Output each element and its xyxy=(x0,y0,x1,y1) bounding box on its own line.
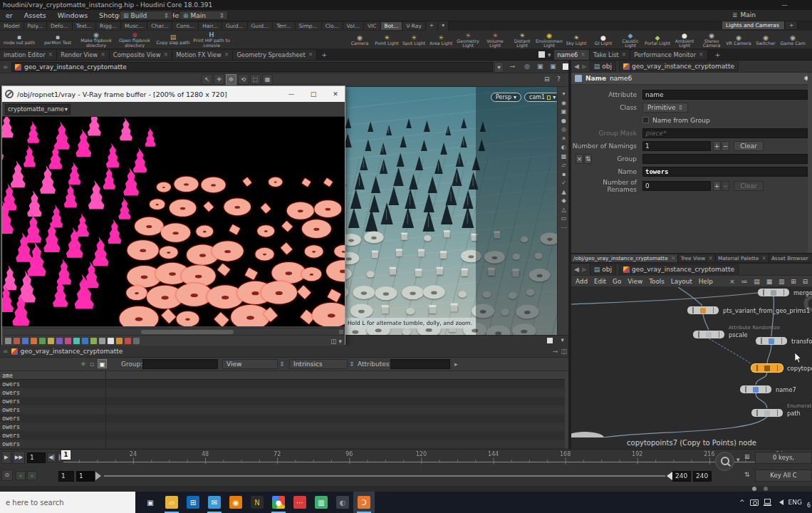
table-row[interactable]: owers xyxy=(0,380,570,388)
snap-tool-icon[interactable]: ▦ xyxy=(262,74,273,85)
taskbar-app-button[interactable]: ⋯ xyxy=(289,492,311,513)
box-icon[interactable]: ▣ xyxy=(537,63,543,70)
pane-tab[interactable]: Geometry Spreadsheet× xyxy=(233,50,317,60)
main-selector[interactable]: ⊕ Main⇕ xyxy=(179,11,228,20)
light-tool[interactable]: ◉Environment Light xyxy=(536,32,563,48)
minimize-button[interactable]: — xyxy=(781,0,788,10)
close-tab-icon[interactable]: × xyxy=(163,51,168,58)
shelf-tab[interactable]: Guid... xyxy=(248,22,274,30)
verts-mode-icon[interactable]: ▫ xyxy=(90,361,94,368)
close-tab-icon[interactable]: × xyxy=(224,51,229,58)
range-slider-track[interactable] xyxy=(104,475,665,477)
keys-count-button[interactable]: 0 keys, xyxy=(755,452,812,464)
network-menu-item[interactable]: Help xyxy=(699,278,713,285)
pane-tab[interactable]: name6× xyxy=(554,50,590,60)
range-end2-field[interactable]: 240 xyxy=(693,471,712,482)
key-icon[interactable]: ⇅ xyxy=(744,471,750,478)
close-tab-icon[interactable]: × xyxy=(581,51,585,58)
light-tool[interactable]: ◆Portal Light xyxy=(644,34,671,46)
shelf-tab-menu[interactable]: ▾ xyxy=(438,21,449,31)
vfb-option-icon[interactable] xyxy=(82,338,88,344)
menu-item[interactable]: Windows xyxy=(52,11,93,19)
taskbar-app-button[interactable]: N xyxy=(246,492,268,513)
vfb-option-icon[interactable] xyxy=(116,338,123,344)
vfb-option-icon[interactable] xyxy=(99,338,105,344)
shelf-tab[interactable]: Simp... xyxy=(296,22,322,30)
viewport-tool-icon[interactable]: ▭ xyxy=(561,215,567,222)
current-frame-marker[interactable]: 1 xyxy=(61,450,71,460)
layout2-icon[interactable]: ⊟ xyxy=(803,278,808,285)
scene-viewport[interactable]: Persp▾ cam1 ▾ ▾◉▣●◎☀◐▩▱▪✓▲◆△▭⋯ Hold L fo… xyxy=(345,87,570,335)
viewport-tool-icon[interactable]: ☀ xyxy=(561,135,566,142)
menu-item[interactable]: Assets xyxy=(19,11,52,19)
close-tab-icon[interactable]: × xyxy=(100,51,105,58)
viewport-tool-icon[interactable]: ▩ xyxy=(561,153,567,160)
shelf-tab-lights[interactable]: Lights and Cameras xyxy=(722,21,785,29)
light-tool[interactable]: ●Ambient Light xyxy=(671,32,698,48)
node-chip[interactable]: geo_vray_instance_cryptomatte xyxy=(619,61,739,71)
shelf-tab[interactable]: VIC xyxy=(364,22,381,30)
light-tool[interactable]: ☀Distant Light xyxy=(509,32,536,48)
close-tab-icon[interactable]: × xyxy=(622,51,627,58)
pane-tab[interactable]: Motion FX View× xyxy=(172,50,233,60)
attributes-filter-field[interactable] xyxy=(390,359,450,369)
taskbar-search-input[interactable]: e here to search xyxy=(0,492,135,513)
renames-field[interactable]: 0 xyxy=(642,181,711,191)
pane-tab[interactable]: Render View× xyxy=(57,50,110,60)
light-tool[interactable]: ◉Switcher xyxy=(752,34,779,46)
taskbar-app-button[interactable]: ● xyxy=(268,492,289,513)
light-tool[interactable]: ◆Caustic Light xyxy=(617,32,644,48)
shelf-tool[interactable]: ▪node out path xyxy=(0,33,38,46)
shelf-tool[interactable]: ▤Copy slap path xyxy=(154,33,192,46)
network-tab[interactable]: Asset Browser× xyxy=(769,254,812,262)
table-row[interactable]: owers xyxy=(0,440,570,448)
context-chip[interactable]: ▤obj xyxy=(590,264,616,274)
split-icon[interactable]: ◫ xyxy=(561,348,567,355)
viewport-tool-icon[interactable]: ◎ xyxy=(561,126,566,133)
network-menu-item[interactable]: Layout xyxy=(671,278,692,285)
pin-icon[interactable]: ⊸ xyxy=(553,348,558,355)
taskbar-app-button[interactable]: ◐ xyxy=(332,492,353,513)
network-menu-item[interactable]: Add xyxy=(576,278,588,285)
vfb-option-icon[interactable] xyxy=(14,338,20,344)
shelf-tab[interactable]: Model xyxy=(0,22,24,30)
view-arrows-icon[interactable]: ⇕ xyxy=(279,361,285,368)
keys-filter-icon[interactable]: ⊞ xyxy=(744,453,750,460)
pane-splitter[interactable] xyxy=(568,61,571,449)
light-tool[interactable]: ◉VR Camera xyxy=(725,34,752,46)
close-tab-icon[interactable]: × xyxy=(699,51,704,58)
path-dropdown-icon[interactable]: ▾ xyxy=(494,62,504,73)
namings-minus-button[interactable]: − xyxy=(722,141,729,151)
close-tab-icon[interactable]: × xyxy=(308,51,313,58)
shelf-tool[interactable]: HPrint HIP path to console xyxy=(192,31,231,48)
scrollbar-thumb[interactable] xyxy=(141,330,234,334)
add-pane-tab-right[interactable]: + xyxy=(711,50,725,60)
next-frame-button[interactable]: ▶▶ xyxy=(13,451,25,464)
shelf-tab[interactable]: Hair... xyxy=(199,22,222,30)
light-tool[interactable]: ●GI Light xyxy=(590,34,617,46)
light-tool[interactable]: ☀Area Light xyxy=(427,34,454,46)
shelf-tab[interactable]: Bot... xyxy=(381,22,403,30)
chevron-down-icon[interactable]: ▾ xyxy=(338,338,342,345)
network-node[interactable]: name7 xyxy=(740,385,771,393)
pane-tab[interactable]: Performance Monitor× xyxy=(630,50,707,60)
viewport-tool-icon[interactable]: ▪ xyxy=(562,171,566,177)
table-row[interactable]: owers xyxy=(0,397,570,405)
chevron-down-icon[interactable]: ▾ xyxy=(561,336,564,343)
network-node[interactable]: pscaleAttribute Randomize xyxy=(693,331,724,338)
vfb-option-icon[interactable] xyxy=(39,338,46,344)
attribute-field[interactable]: name xyxy=(642,90,808,100)
network-node[interactable]: copytopoints7 xyxy=(751,364,783,372)
table-row[interactable]: owers xyxy=(0,405,570,414)
persp-view-selector[interactable]: Persp▾ xyxy=(491,93,521,102)
vfb-option-icon[interactable] xyxy=(65,338,71,344)
bbox-tool-icon[interactable]: ⬚ xyxy=(250,74,261,85)
renames-clear-button[interactable]: Clear xyxy=(734,181,764,191)
taskbar-app-button[interactable]: ▱ xyxy=(161,492,182,513)
shelf-tool[interactable]: ▪perMon Test xyxy=(38,33,77,46)
pane-tab[interactable]: Composite View× xyxy=(110,50,172,60)
vfb-close-button[interactable]: ✕ xyxy=(326,86,345,102)
play-button[interactable]: ▶ xyxy=(1,451,11,464)
vfb-option-icon[interactable] xyxy=(90,338,97,344)
pane-link-icon[interactable] xyxy=(538,51,545,58)
